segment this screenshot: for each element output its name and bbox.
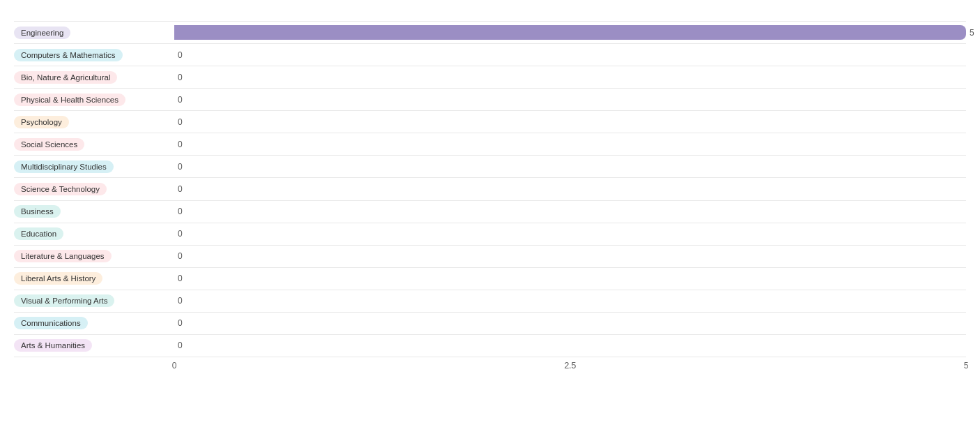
label-pill: Bio, Nature & Agricultural <box>14 71 117 84</box>
bar-row: Arts & Humanities0 <box>14 335 966 357</box>
label-pill: Business <box>14 205 61 218</box>
label-pill: Liberal Arts & History <box>14 272 102 285</box>
chart-container: Engineering5Computers & Mathematics0Bio,… <box>0 0 980 441</box>
bar-value: 0 <box>178 73 183 82</box>
bar-row: Business0 <box>14 201 966 223</box>
bar-row: Education0 <box>14 223 966 246</box>
bar-value: 0 <box>178 140 183 149</box>
bar-value: 0 <box>178 251 183 261</box>
bar-track: 0 <box>174 268 966 290</box>
bar-row: Bio, Nature & Agricultural0 <box>14 66 966 89</box>
x-axis-label: 5 <box>964 361 969 371</box>
bar-label: Psychology <box>14 116 174 128</box>
bar-value: 0 <box>178 207 183 216</box>
bar-value: 0 <box>178 229 183 239</box>
label-pill: Physical & Health Sciences <box>14 94 125 106</box>
label-pill: Computers & Mathematics <box>14 49 123 61</box>
bar-track: 0 <box>174 178 966 200</box>
x-axis-label: 2.5 <box>565 361 576 371</box>
bar-track: 0 <box>174 133 966 155</box>
label-pill: Visual & Performing Arts <box>14 294 114 307</box>
bar-track: 0 <box>174 111 966 133</box>
label-pill: Communications <box>14 317 88 329</box>
bar-value: 0 <box>178 341 183 350</box>
bar-value: 0 <box>178 318 183 328</box>
bar-row: Multidisciplinary Studies0 <box>14 156 966 178</box>
bar-label: Visual & Performing Arts <box>14 294 174 307</box>
x-axis-label: 0 <box>172 361 177 371</box>
bar-value: 0 <box>178 296 183 306</box>
x-axis: 02.55 <box>174 357 966 378</box>
bar-label: Education <box>14 227 174 240</box>
bar-label: Social Sciences <box>14 138 174 151</box>
bar-track: 0 <box>174 66 966 88</box>
label-pill: Social Sciences <box>14 138 84 151</box>
bar-track: 0 <box>174 156 966 177</box>
bar-fill <box>174 25 966 40</box>
bar-row: Computers & Mathematics0 <box>14 44 966 66</box>
bar-label: Business <box>14 205 174 218</box>
bar-value: 0 <box>178 117 183 127</box>
bar-track: 0 <box>174 89 966 110</box>
bar-track: 0 <box>174 223 966 245</box>
bar-value: 0 <box>178 95 183 105</box>
bar-label: Arts & Humanities <box>14 339 174 352</box>
bar-row: Engineering5 <box>14 21 966 44</box>
bar-track: 0 <box>174 201 966 223</box>
bar-value: 5 <box>970 28 974 38</box>
bar-value: 0 <box>178 162 183 172</box>
bar-row: Liberal Arts & History0 <box>14 268 966 290</box>
bar-row: Science & Technology0 <box>14 178 966 200</box>
label-pill: Arts & Humanities <box>14 339 92 352</box>
bar-label: Literature & Languages <box>14 250 174 262</box>
bar-value: 0 <box>178 274 183 283</box>
bar-row: Visual & Performing Arts0 <box>14 290 966 313</box>
bar-track: 0 <box>174 335 966 357</box>
bar-row: Social Sciences0 <box>14 133 966 156</box>
bar-label: Physical & Health Sciences <box>14 94 174 106</box>
label-pill: Literature & Languages <box>14 250 112 262</box>
bar-track: 0 <box>174 290 966 312</box>
bars-section: Engineering5Computers & Mathematics0Bio,… <box>14 21 966 357</box>
label-pill: Multidisciplinary Studies <box>14 160 114 173</box>
label-pill: Education <box>14 227 63 240</box>
bar-value: 0 <box>178 50 183 60</box>
label-pill: Engineering <box>14 27 70 39</box>
bar-track: 0 <box>174 44 966 66</box>
label-pill: Psychology <box>14 116 69 128</box>
bar-row: Physical & Health Sciences0 <box>14 89 966 111</box>
bar-label: Bio, Nature & Agricultural <box>14 71 174 84</box>
bar-track: 5 <box>174 22 966 43</box>
bar-track: 0 <box>174 246 966 267</box>
bar-label: Multidisciplinary Studies <box>14 160 174 173</box>
bar-label: Computers & Mathematics <box>14 49 174 61</box>
bar-label: Liberal Arts & History <box>14 272 174 285</box>
bar-value: 0 <box>178 184 183 194</box>
chart-area: Engineering5Computers & Mathematics0Bio,… <box>14 21 966 378</box>
bar-row: Literature & Languages0 <box>14 246 966 268</box>
bar-label: Communications <box>14 317 174 329</box>
bar-label: Science & Technology <box>14 183 174 195</box>
bar-label: Engineering <box>14 27 174 39</box>
label-pill: Science & Technology <box>14 183 107 195</box>
bar-row: Communications0 <box>14 313 966 335</box>
bar-track: 0 <box>174 313 966 334</box>
bar-row: Psychology0 <box>14 111 966 133</box>
